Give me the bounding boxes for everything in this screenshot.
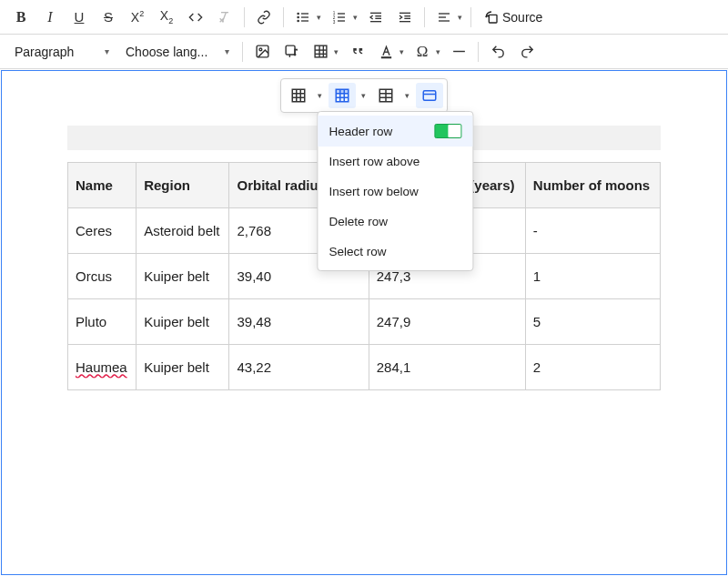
col-header-name[interactable]: Name xyxy=(68,163,136,208)
cell-region[interactable]: Kuiper belt xyxy=(136,299,229,345)
svg-rect-23 xyxy=(489,15,497,23)
cell-radius[interactable]: 43,22 xyxy=(229,345,369,390)
svg-point-2 xyxy=(298,20,298,21)
text-color-chevron-icon[interactable]: ▾ xyxy=(399,47,407,56)
svg-rect-51 xyxy=(423,91,436,101)
alignment-chevron-icon[interactable]: ▾ xyxy=(458,13,465,22)
separator xyxy=(242,42,243,62)
special-char-chevron-icon[interactable]: ▾ xyxy=(436,47,443,56)
svg-point-0 xyxy=(298,13,298,14)
bulleted-list-chevron-icon[interactable]: ▾ xyxy=(317,13,324,22)
bulleted-list-button[interactable] xyxy=(289,4,317,31)
horizontal-line-button[interactable] xyxy=(445,38,472,66)
toolbar-row-1: B I U S X2 X2 ▾ 123 ▾ xyxy=(0,0,728,35)
link-button[interactable] xyxy=(250,4,278,31)
cell-region[interactable]: Kuiper belt xyxy=(136,345,229,390)
language-dropdown-label: Choose lang... xyxy=(126,45,207,59)
insert-table-chevron-icon[interactable]: ▾ xyxy=(334,47,341,56)
image-button[interactable] xyxy=(248,38,276,66)
superscript-button[interactable]: X2 xyxy=(124,4,151,31)
insert-row-above-label: Insert row above xyxy=(329,155,420,168)
outdent-button[interactable] xyxy=(362,4,389,31)
cell-period[interactable]: 247,9 xyxy=(369,299,525,345)
table-column-button[interactable] xyxy=(285,83,312,108)
media-button[interactable] xyxy=(278,38,305,66)
source-button[interactable]: Source xyxy=(477,4,550,31)
table-row[interactable]: Haumea Kuiper belt 43,22 284,1 2 xyxy=(68,345,661,390)
editor-canvas[interactable]: ▾ ▾ ▾ xyxy=(1,70,727,575)
redo-button[interactable] xyxy=(513,38,541,66)
numbered-list-button[interactable]: 123 xyxy=(326,4,353,31)
select-row-item[interactable]: Select row xyxy=(318,237,472,267)
table-row-chevron-icon[interactable]: ▾ xyxy=(356,83,370,108)
language-dropdown[interactable]: Choose lang... ▾ xyxy=(118,38,237,66)
cell-region[interactable]: Kuiper belt xyxy=(136,254,229,299)
cell-moons[interactable]: - xyxy=(525,208,660,254)
svg-rect-28 xyxy=(315,45,327,57)
chevron-down-icon: ▾ xyxy=(105,46,109,56)
bold-button[interactable]: B xyxy=(7,4,35,31)
cell-radius[interactable]: 39,48 xyxy=(229,299,369,345)
alignment-button[interactable] xyxy=(430,4,458,31)
code-button[interactable] xyxy=(182,4,209,31)
insert-row-above-item[interactable]: Insert row above xyxy=(318,147,472,177)
remove-format-button[interactable] xyxy=(211,4,238,31)
cell-moons[interactable]: 5 xyxy=(525,299,660,345)
cell-period[interactable]: 284,1 xyxy=(369,345,525,390)
heading-dropdown-label: Paragraph xyxy=(15,45,74,59)
separator xyxy=(470,7,471,27)
cell-name[interactable]: Ceres xyxy=(68,208,136,254)
chevron-down-icon: ▾ xyxy=(225,46,229,56)
italic-button[interactable]: I xyxy=(36,4,64,31)
text-color-button[interactable] xyxy=(372,38,399,66)
table-merge-chevron-icon[interactable]: ▾ xyxy=(399,83,414,108)
cell-region[interactable]: Asteroid belt xyxy=(136,208,229,254)
special-char-button[interactable]: Ω xyxy=(409,38,436,66)
cell-name[interactable]: Orcus xyxy=(68,254,136,299)
cell-name[interactable]: Pluto xyxy=(68,299,136,345)
table-column-chevron-icon[interactable]: ▾ xyxy=(312,83,327,108)
col-header-moons[interactable]: Number of moons xyxy=(525,163,660,208)
cell-moons[interactable]: 2 xyxy=(525,345,660,390)
delete-row-item[interactable]: Delete row xyxy=(318,207,472,237)
strikethrough-button[interactable]: S xyxy=(95,4,122,31)
table-row-button[interactable] xyxy=(329,83,356,108)
svg-rect-26 xyxy=(286,45,295,55)
cell-moons[interactable]: 1 xyxy=(525,254,660,299)
insert-row-below-label: Insert row below xyxy=(329,185,418,198)
heading-dropdown[interactable]: Paragraph ▾ xyxy=(7,38,116,66)
table-properties-button[interactable] xyxy=(416,83,443,108)
header-row-toggle[interactable]: Header row xyxy=(318,116,472,147)
svg-point-1 xyxy=(298,16,298,17)
svg-rect-34 xyxy=(380,56,390,58)
table-context-toolbar: ▾ ▾ ▾ xyxy=(280,78,448,113)
blockquote-button[interactable] xyxy=(343,38,370,66)
delete-row-label: Delete row xyxy=(329,215,388,228)
separator xyxy=(283,7,284,27)
svg-rect-36 xyxy=(292,89,305,102)
separator xyxy=(424,7,425,27)
subscript-button[interactable]: X2 xyxy=(153,4,180,31)
table-row[interactable]: Pluto Kuiper belt 39,48 247,9 5 xyxy=(68,299,661,345)
svg-point-25 xyxy=(258,48,261,51)
table-row-dropdown: Header row Insert row above Insert row b… xyxy=(317,111,473,271)
header-row-label: Header row xyxy=(329,125,392,138)
source-button-label: Source xyxy=(502,10,542,25)
underline-button[interactable]: U xyxy=(66,4,93,31)
numbered-list-chevron-icon[interactable]: ▾ xyxy=(353,13,360,22)
separator xyxy=(244,7,245,27)
indent-button[interactable] xyxy=(391,4,419,31)
select-row-label: Select row xyxy=(329,245,386,258)
separator xyxy=(478,42,479,62)
toolbar-row-2: Paragraph ▾ Choose lang... ▾ ▾ ▾ Ω ▾ xyxy=(0,35,728,69)
col-header-region[interactable]: Region xyxy=(136,163,229,208)
table-merge-button[interactable] xyxy=(372,83,399,108)
svg-text:3: 3 xyxy=(333,19,336,24)
header-row-switch-on[interactable] xyxy=(434,124,461,138)
insert-table-button[interactable] xyxy=(307,38,334,66)
insert-row-below-item[interactable]: Insert row below xyxy=(318,177,472,207)
undo-button[interactable] xyxy=(484,38,511,66)
cell-name-text: Haumea xyxy=(76,359,127,375)
cell-name[interactable]: Haumea xyxy=(68,345,136,390)
